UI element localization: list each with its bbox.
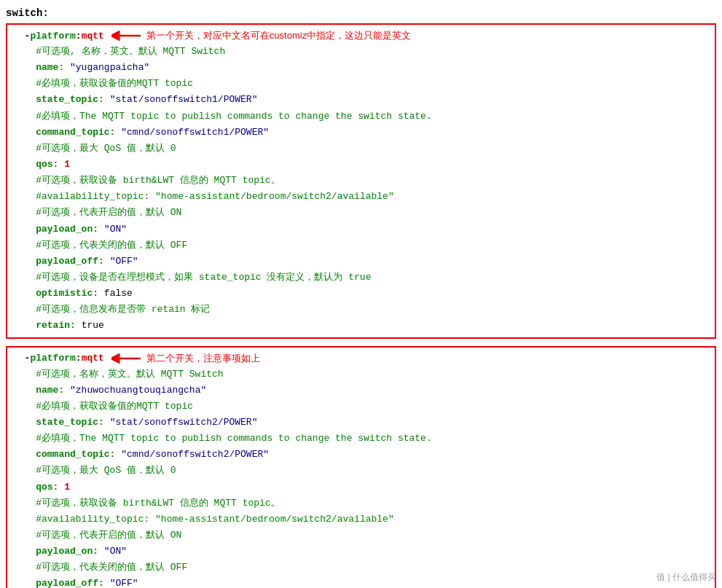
kv-key: name: [13,383,64,398]
code-line: state_topic: "stat/sonoffswitch2/POWER" [7,415,715,431]
code-line: #必填项，The MQTT topic to publish commands … [7,431,715,447]
code-line: qos: 1 [7,479,715,495]
kv-val: "OFF" [104,254,138,269]
switch-header: switch: [0,6,722,20]
code-line: #可选项，代表开启的值，默认 ON [7,205,715,221]
kv-key: payload_off: [13,254,104,269]
block1: - platform : mqtt 第一个开关，对应中文名可在customiz中… [6,23,716,339]
retain-key: retain: [13,318,76,333]
code-line: #可选项，最大 QoS 值，默认 0 [7,141,715,157]
block2-platform-val: mqtt [82,353,104,364]
block1-platform-prefix: - [13,31,30,42]
comment-kv-text: #availability_topic: "home-assistant/bed… [13,189,394,204]
code-line: #可选项, 名称，英文。默认 MQTT Switch [7,44,715,60]
comment-text: #可选项，名称，英文。默认 MQTT Switch [13,367,224,382]
block1-platform-line: - platform : mqtt 第一个开关，对应中文名可在customiz中… [7,28,715,44]
optimistic-key: optimistic: [13,286,98,301]
kv-key: command_topic: [13,125,115,140]
code-line: payload_off: "OFF" [7,576,715,588]
code-line: optimistic: false [7,286,715,302]
kv-val: "stat/sonoffswitch2/POWER" [104,415,258,430]
code-line: #可选项，最大 QoS 值，默认 0 [7,463,715,479]
kv-val: "cmnd/sonoffswitch1/POWER" [115,125,269,140]
code-line: payload_off: "OFF" [7,254,715,270]
kv-key: payload_on: [13,222,98,237]
comment-text: #可选项，获取设备 birth&LWT 信息的 MQTT topic。 [13,496,280,511]
code-line: #可选项，名称，英文。默认 MQTT Switch [7,366,715,383]
arrow2-icon [111,351,144,366]
comment-text: #可选项，最大 QoS 值，默认 0 [13,463,176,478]
kv-val: "stat/sonoffswitch1/POWER" [104,93,258,107]
code-line: state_topic: "stat/sonoffswitch1/POWER" [7,92,715,108]
kv-val: "ON" [98,544,127,559]
retain-val: true [76,318,104,333]
kv-key: state_topic: [13,93,104,107]
block2-colon: : [76,353,82,364]
comment-text: #必填项，The MQTT topic to publish commands … [13,431,432,446]
comment-text: #可选项，代表关闭的值，默认 OFF [13,238,187,253]
code-line: #可选项，代表开启的值，默认 ON [7,528,715,544]
qos-key: qos: [13,157,58,172]
code-line: #可选项，代表关闭的值，默认 OFF [7,238,715,254]
kv-val: "OFF" [104,576,138,588]
block1-lines: #可选项, 名称，英文。默认 MQTT Switch name: "yugang… [7,44,715,334]
code-line: #可选项，信息发布是否带 retain 标记 [7,302,715,318]
comment-text: #可选项，代表关闭的值，默认 OFF [13,560,187,575]
optimistic-val: false [98,286,133,301]
arrow1-icon [111,28,144,43]
code-line: #可选项，代表关闭的值，默认 OFF [7,560,715,576]
code-line: #availability_topic: "home-assistant/bed… [7,511,715,528]
comment-text: #必填项，获取设备值的MQTT topic [13,77,193,91]
code-line: qos: 1 [7,157,715,173]
block1-annotation: 第一个开关，对应中文名可在customiz中指定，这边只能是英文 [146,29,411,42]
block2-platform-key: platform [30,353,75,364]
comment-text: #可选项，信息发布是否带 retain 标记 [13,302,210,317]
block1-colon: : [76,31,82,42]
comment-text: #必填项，获取设备值的MQTT topic [13,399,193,414]
comment-text: #可选项，设备是否在理想模式，如果 state_topic 没有定义，默认为 t… [13,270,371,285]
kv-key: name: [13,60,64,75]
block2-annotation: 第二个开关，注意事项如上 [146,352,260,365]
code-line: retain: true [7,318,715,334]
qos-key: qos: [13,480,58,495]
code-line: name: "yugangpaicha" [7,60,715,76]
code-line: #availability_topic: "home-assistant/bed… [7,189,715,205]
kv-key: payload_off: [13,576,104,588]
kv-val: "yugangpaicha" [64,60,149,75]
comment-text: #可选项，最大 QoS 值，默认 0 [13,141,176,156]
kv-key: state_topic: [13,415,104,430]
qos-val: 1 [58,157,70,172]
kv-val: "cmnd/sonoffswitch2/POWER" [115,447,269,462]
comment-text: #必填项，The MQTT topic to publish commands … [13,109,432,124]
code-line: #必填项，获取设备值的MQTT topic [7,399,715,415]
block1-platform-val: mqtt [82,31,104,42]
page-wrapper: switch: - platform : mqtt 第一个开关，对应中文名可在c… [0,0,722,588]
comment-text: #可选项, 名称，英文。默认 MQTT Switch [13,44,225,59]
block2-platform-line: - platform : mqtt 第二个开关，注意事项如上 [7,350,715,366]
code-line: command_topic: "cmnd/sonoffswitch2/POWER… [7,447,715,463]
code-line: #必填项，获取设备值的MQTT topic [7,76,715,92]
block2: - platform : mqtt 第二个开关，注意事项如上 #可选项，名称，英 [6,346,716,588]
code-line: #可选项，获取设备 birth&LWT 信息的 MQTT topic。 [7,173,715,189]
block2-platform-prefix: - [13,353,30,364]
block2-lines: #可选项，名称，英文。默认 MQTT Switch name: "zhuwoch… [7,366,715,588]
comment-text: #可选项，获取设备 birth&LWT 信息的 MQTT topic。 [13,173,280,188]
code-line: #必填项，The MQTT topic to publish commands … [7,109,715,125]
code-line: #可选项，获取设备 birth&LWT 信息的 MQTT topic。 [7,495,715,511]
kv-val: "ON" [98,222,127,237]
kv-val: "zhuwochuangtouqiangcha" [64,383,206,398]
code-line: name: "zhuwochuangtouqiangcha" [7,383,715,399]
comment-text: #可选项，代表开启的值，默认 ON [13,528,181,543]
comment-text: #可选项，代表开启的值，默认 ON [13,205,181,220]
code-line: payload_on: "ON" [7,544,715,560]
kv-key: payload_on: [13,544,98,559]
watermark: 值 | 什么值得买 [656,571,716,584]
qos-val: 1 [58,480,70,495]
code-line: command_topic: "cmnd/sonoffswitch1/POWER… [7,125,715,141]
code-line: payload_on: "ON" [7,222,715,238]
code-line: #可选项，设备是否在理想模式，如果 state_topic 没有定义，默认为 t… [7,270,715,286]
block1-platform-key: platform [30,31,75,42]
comment-kv-text: #availability_topic: "home-assistant/bed… [13,512,394,527]
kv-key: command_topic: [13,447,115,462]
